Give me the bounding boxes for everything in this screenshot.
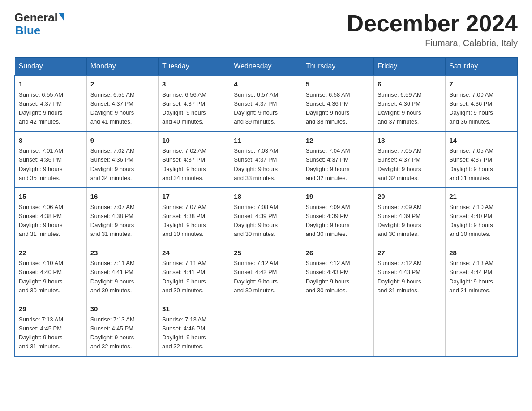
day-number: 1 <box>19 79 83 90</box>
calendar-cell: 25Sunrise: 7:12 AMSunset: 4:42 PMDayligh… <box>230 244 302 300</box>
calendar-cell: 3Sunrise: 6:56 AMSunset: 4:37 PMDaylight… <box>159 75 230 132</box>
calendar-cell: 31Sunrise: 7:13 AMSunset: 4:46 PMDayligh… <box>159 300 230 356</box>
logo-arrow-icon <box>59 13 64 21</box>
location-text: Fiumara, Calabria, Italy <box>347 38 518 48</box>
day-number: 10 <box>162 136 226 146</box>
month-title: December 2024 <box>347 11 518 36</box>
calendar-cell: 16Sunrise: 7:07 AMSunset: 4:38 PMDayligh… <box>86 188 158 244</box>
day-number: 8 <box>19 136 83 146</box>
day-info: Sunrise: 7:02 AMSunset: 4:37 PMDaylight:… <box>162 147 206 181</box>
day-number: 11 <box>234 136 298 146</box>
day-number: 21 <box>449 192 513 202</box>
day-info: Sunrise: 7:09 AMSunset: 4:39 PMDaylight:… <box>378 204 422 238</box>
col-header-wednesday: Wednesday <box>230 58 302 76</box>
day-info: Sunrise: 7:02 AMSunset: 4:36 PMDaylight:… <box>90 147 135 181</box>
day-number: 13 <box>378 136 442 146</box>
day-number: 6 <box>378 79 442 90</box>
day-info: Sunrise: 6:55 AMSunset: 4:37 PMDaylight:… <box>90 91 135 125</box>
day-info: Sunrise: 7:03 AMSunset: 4:37 PMDaylight:… <box>234 147 278 181</box>
title-block: December 2024 Fiumara, Calabria, Italy <box>347 11 518 48</box>
calendar-week-row: 22Sunrise: 7:10 AMSunset: 4:40 PMDayligh… <box>15 244 517 300</box>
day-info: Sunrise: 6:59 AMSunset: 4:36 PMDaylight:… <box>378 91 422 125</box>
calendar-cell: 2Sunrise: 6:55 AMSunset: 4:37 PMDaylight… <box>86 75 158 132</box>
calendar-cell: 12Sunrise: 7:04 AMSunset: 4:37 PMDayligh… <box>302 132 373 188</box>
calendar-cell: 11Sunrise: 7:03 AMSunset: 4:37 PMDayligh… <box>230 132 302 188</box>
logo-general-text: General <box>14 11 58 25</box>
calendar-cell: 20Sunrise: 7:09 AMSunset: 4:39 PMDayligh… <box>373 188 445 244</box>
logo-blue-text: Blue <box>15 24 40 38</box>
day-info: Sunrise: 7:11 AMSunset: 4:41 PMDaylight:… <box>162 260 206 294</box>
calendar-cell: 8Sunrise: 7:01 AMSunset: 4:36 PMDaylight… <box>15 132 86 188</box>
calendar-cell: 30Sunrise: 7:13 AMSunset: 4:45 PMDayligh… <box>86 300 158 356</box>
day-info: Sunrise: 7:05 AMSunset: 4:37 PMDaylight:… <box>378 147 422 181</box>
calendar-cell <box>302 300 373 356</box>
calendar-cell: 9Sunrise: 7:02 AMSunset: 4:36 PMDaylight… <box>86 132 158 188</box>
calendar-cell <box>373 300 445 356</box>
calendar-cell <box>446 300 517 356</box>
calendar-cell: 5Sunrise: 6:58 AMSunset: 4:36 PMDaylight… <box>302 75 373 132</box>
calendar-table: SundayMondayTuesdayWednesdayThursdayFrid… <box>14 57 518 357</box>
day-number: 30 <box>90 304 154 314</box>
day-info: Sunrise: 7:10 AMSunset: 4:40 PMDaylight:… <box>449 204 493 238</box>
day-info: Sunrise: 6:57 AMSunset: 4:37 PMDaylight:… <box>234 91 278 125</box>
calendar-cell: 6Sunrise: 6:59 AMSunset: 4:36 PMDaylight… <box>373 75 445 132</box>
calendar-cell: 23Sunrise: 7:11 AMSunset: 4:41 PMDayligh… <box>86 244 158 300</box>
calendar-cell: 24Sunrise: 7:11 AMSunset: 4:41 PMDayligh… <box>159 244 230 300</box>
day-info: Sunrise: 7:07 AMSunset: 4:38 PMDaylight:… <box>90 204 135 238</box>
day-number: 2 <box>90 79 154 90</box>
calendar-cell <box>230 300 302 356</box>
day-number: 24 <box>162 248 226 258</box>
day-number: 17 <box>162 192 226 202</box>
day-info: Sunrise: 6:58 AMSunset: 4:36 PMDaylight:… <box>306 91 350 125</box>
logo: General Blue <box>14 11 64 38</box>
day-info: Sunrise: 7:13 AMSunset: 4:46 PMDaylight:… <box>162 316 206 350</box>
page-header: General Blue December 2024 Fiumara, Cala… <box>14 11 518 48</box>
calendar-cell: 27Sunrise: 7:12 AMSunset: 4:43 PMDayligh… <box>373 244 445 300</box>
day-info: Sunrise: 7:07 AMSunset: 4:38 PMDaylight:… <box>162 204 206 238</box>
day-number: 15 <box>19 192 83 202</box>
day-info: Sunrise: 7:13 AMSunset: 4:45 PMDaylight:… <box>19 316 63 350</box>
day-number: 31 <box>162 304 226 314</box>
col-header-tuesday: Tuesday <box>159 58 230 76</box>
calendar-cell: 7Sunrise: 7:00 AMSunset: 4:36 PMDaylight… <box>446 75 517 132</box>
day-number: 3 <box>162 79 226 90</box>
col-header-friday: Friday <box>373 58 445 76</box>
calendar-cell: 28Sunrise: 7:13 AMSunset: 4:44 PMDayligh… <box>446 244 517 300</box>
calendar-cell: 22Sunrise: 7:10 AMSunset: 4:40 PMDayligh… <box>15 244 86 300</box>
calendar-cell: 1Sunrise: 6:55 AMSunset: 4:37 PMDaylight… <box>15 75 86 132</box>
calendar-header-row: SundayMondayTuesdayWednesdayThursdayFrid… <box>15 58 517 76</box>
day-number: 9 <box>90 136 154 146</box>
day-info: Sunrise: 7:04 AMSunset: 4:37 PMDaylight:… <box>306 147 350 181</box>
calendar-cell: 14Sunrise: 7:05 AMSunset: 4:37 PMDayligh… <box>446 132 517 188</box>
day-info: Sunrise: 6:55 AMSunset: 4:37 PMDaylight:… <box>19 91 63 125</box>
day-number: 18 <box>234 192 298 202</box>
day-number: 5 <box>306 79 370 90</box>
day-info: Sunrise: 7:10 AMSunset: 4:40 PMDaylight:… <box>19 260 63 294</box>
day-number: 19 <box>306 192 370 202</box>
calendar-cell: 17Sunrise: 7:07 AMSunset: 4:38 PMDayligh… <box>159 188 230 244</box>
day-number: 25 <box>234 248 298 258</box>
calendar-cell: 29Sunrise: 7:13 AMSunset: 4:45 PMDayligh… <box>15 300 86 356</box>
day-number: 26 <box>306 248 370 258</box>
day-info: Sunrise: 7:01 AMSunset: 4:36 PMDaylight:… <box>19 147 63 181</box>
day-number: 4 <box>234 79 298 90</box>
day-info: Sunrise: 7:12 AMSunset: 4:43 PMDaylight:… <box>306 260 350 294</box>
day-info: Sunrise: 7:12 AMSunset: 4:42 PMDaylight:… <box>234 260 278 294</box>
calendar-cell: 13Sunrise: 7:05 AMSunset: 4:37 PMDayligh… <box>373 132 445 188</box>
col-header-saturday: Saturday <box>446 58 517 76</box>
calendar-week-row: 29Sunrise: 7:13 AMSunset: 4:45 PMDayligh… <box>15 300 517 356</box>
calendar-cell: 10Sunrise: 7:02 AMSunset: 4:37 PMDayligh… <box>159 132 230 188</box>
day-number: 23 <box>90 248 154 258</box>
calendar-cell: 26Sunrise: 7:12 AMSunset: 4:43 PMDayligh… <box>302 244 373 300</box>
calendar-cell: 21Sunrise: 7:10 AMSunset: 4:40 PMDayligh… <box>446 188 517 244</box>
col-header-sunday: Sunday <box>15 58 86 76</box>
day-info: Sunrise: 6:56 AMSunset: 4:37 PMDaylight:… <box>162 91 206 125</box>
calendar-cell: 15Sunrise: 7:06 AMSunset: 4:38 PMDayligh… <box>15 188 86 244</box>
day-info: Sunrise: 7:13 AMSunset: 4:45 PMDaylight:… <box>90 316 135 350</box>
day-info: Sunrise: 7:09 AMSunset: 4:39 PMDaylight:… <box>306 204 350 238</box>
day-info: Sunrise: 7:13 AMSunset: 4:44 PMDaylight:… <box>449 260 493 294</box>
day-number: 20 <box>378 192 442 202</box>
calendar-week-row: 1Sunrise: 6:55 AMSunset: 4:37 PMDaylight… <box>15 75 517 132</box>
day-number: 27 <box>378 248 442 258</box>
day-info: Sunrise: 7:06 AMSunset: 4:38 PMDaylight:… <box>19 204 63 238</box>
